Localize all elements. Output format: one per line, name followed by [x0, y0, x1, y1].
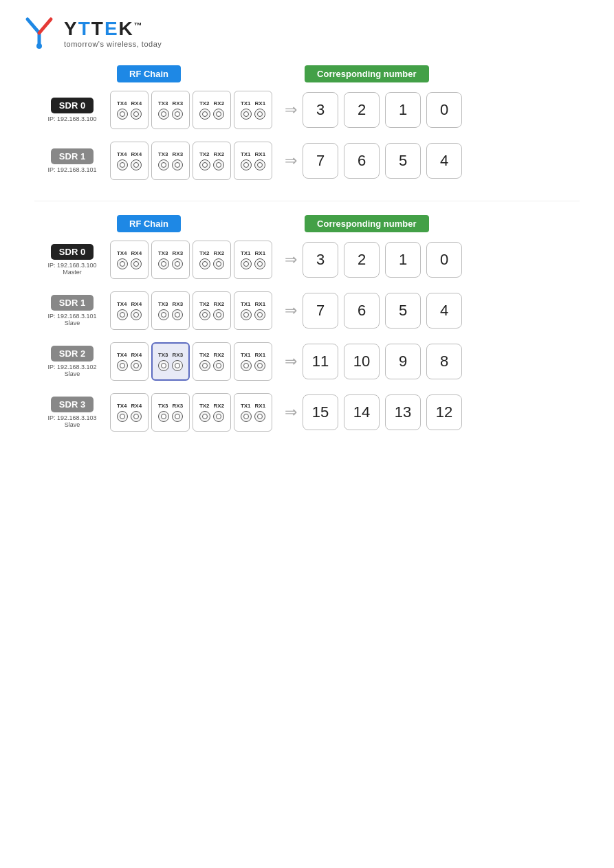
port-circle — [199, 309, 210, 320]
chain-label: RX2 — [214, 403, 225, 409]
port-circle-inner — [120, 312, 125, 318]
port-circle-inner — [175, 312, 180, 318]
numbers-group: 3210 — [303, 92, 462, 128]
port-circle — [241, 309, 252, 320]
port-circle-inner — [161, 363, 166, 368]
chain-label: RX1 — [255, 403, 266, 409]
chain-box: TX3RX3 — [151, 142, 190, 180]
number-box: 9 — [385, 344, 421, 379]
numbers-group: 7654 — [303, 143, 462, 179]
chain-label: RX4 — [131, 151, 142, 157]
sdr-role: Slave — [65, 320, 80, 326]
port-circle-inner — [133, 111, 139, 117]
main-content: RF Chain Corresponding number SDR 0IP: 1… — [0, 58, 614, 459]
sdr-badge: SDR 1 — [51, 148, 94, 164]
port-circle-inner — [202, 261, 208, 267]
port-circle-inner — [216, 111, 221, 117]
sdr-label-block: SDR 3IP: 192.168.3.103Slave — [34, 397, 110, 428]
port-circle — [117, 159, 128, 170]
number-box: 10 — [344, 344, 380, 379]
port-circle-inner — [120, 261, 125, 267]
divider — [34, 201, 580, 201]
port-circle-inner — [257, 312, 263, 318]
chain-label: RX2 — [214, 352, 225, 358]
chain-label: TX3 — [158, 403, 168, 409]
section-2-header: RF Chain Corresponding number — [34, 215, 580, 232]
port-circle-inner — [175, 261, 180, 267]
chain-box: TX4RX4 — [110, 291, 149, 330]
chain-label: TX1 — [241, 301, 251, 307]
port-circle — [199, 258, 210, 269]
chain-box: TX4RX4 — [110, 393, 149, 432]
port-circle — [131, 109, 142, 120]
number-box: 0 — [426, 242, 462, 278]
port-circle-inner — [161, 312, 166, 318]
port-circle-inner — [120, 111, 125, 117]
port-circle-inner — [120, 162, 125, 168]
chain-label: RX1 — [255, 250, 266, 256]
number-box: 11 — [303, 344, 338, 379]
port-circle — [241, 159, 252, 170]
number-box: 5 — [385, 293, 421, 329]
rf-chain-label-1: RF Chain — [117, 65, 181, 82]
port-circle — [254, 159, 265, 170]
chain-label: RX4 — [131, 250, 142, 256]
port-circle — [158, 258, 169, 269]
port-circle — [254, 411, 265, 422]
port-circle-inner — [243, 261, 249, 267]
port-circle-inner — [202, 111, 208, 117]
chain-label: RX3 — [173, 100, 184, 107]
chains-group: TX4RX4TX3RX3TX2RX2TX1RX1 — [110, 142, 272, 180]
chain-label: TX1 — [241, 151, 251, 157]
port-circle-inner — [175, 111, 180, 117]
chain-box: TX4RX4 — [110, 142, 149, 180]
chain-box: TX1RX1 — [234, 241, 272, 279]
section-2: RF Chain Corresponding number SDR 0IP: 1… — [34, 215, 580, 432]
port-circle — [241, 258, 252, 269]
chain-label: TX2 — [199, 352, 210, 358]
chain-box: TX2RX2 — [193, 142, 231, 180]
sdr-ip: IP: 192.168.3.101 — [47, 166, 96, 173]
number-box: 3 — [303, 92, 338, 128]
chain-label: RX4 — [131, 301, 142, 307]
chain-label: TX4 — [117, 352, 127, 358]
logo-brand: YTTEK™ — [64, 18, 162, 40]
logo-text-block: YTTEK™ tomorrow's wireless, today — [64, 18, 162, 48]
port-circle-inner — [243, 414, 249, 419]
chain-label: RX1 — [255, 151, 266, 157]
port-circle-inner — [133, 363, 139, 368]
number-box: 2 — [344, 242, 380, 278]
chains-group: TX4RX4TX3RX3TX2RX2TX1RX1 — [110, 241, 272, 279]
chain-label: RX4 — [131, 352, 142, 358]
number-box: 1 — [385, 242, 421, 278]
port-circle — [117, 109, 128, 120]
port-circle — [172, 360, 183, 371]
chain-label: RX1 — [255, 100, 266, 107]
section-1: RF Chain Corresponding number SDR 0IP: 1… — [34, 65, 580, 180]
chain-label: TX2 — [199, 151, 210, 157]
port-circle — [172, 411, 183, 422]
sdr-row: SDR 3IP: 192.168.3.103SlaveTX4RX4TX3RX3T… — [34, 393, 580, 432]
port-circle-inner — [133, 162, 139, 168]
sdr-ip: IP: 192.168.3.103 — [47, 414, 96, 421]
chain-label: TX3 — [158, 352, 168, 358]
chains-group: TX4RX4TX3RX3TX2RX2TX1RX1 — [110, 91, 272, 129]
chain-box: TX3RX3 — [151, 241, 190, 279]
chain-label: TX1 — [241, 403, 251, 409]
port-circle-inner — [216, 261, 221, 267]
port-circle-inner — [257, 261, 263, 267]
port-circle-inner — [202, 363, 208, 368]
port-circle — [254, 258, 265, 269]
chain-label: TX1 — [241, 100, 251, 107]
chain-label: TX2 — [199, 403, 210, 409]
chain-label: TX2 — [199, 301, 210, 307]
port-circle — [254, 309, 265, 320]
port-circle — [131, 159, 142, 170]
sdr-badge: SDR 2 — [51, 346, 94, 361]
port-circle — [199, 109, 210, 120]
svg-point-0 — [36, 43, 42, 49]
chain-box: TX1RX1 — [234, 91, 272, 129]
sdr-role: Master — [63, 269, 82, 276]
chain-label: RX2 — [214, 250, 225, 256]
port-circle-inner — [161, 414, 166, 419]
